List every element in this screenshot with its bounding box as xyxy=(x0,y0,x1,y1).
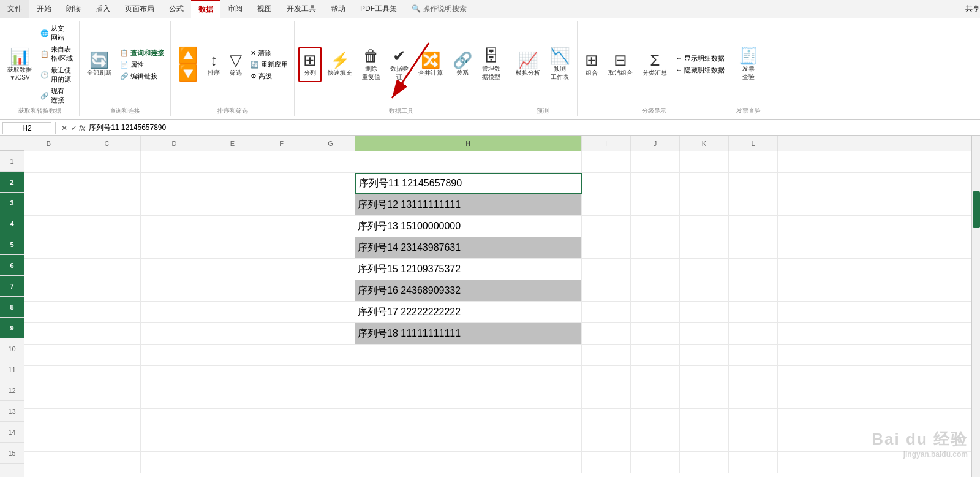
cell-B9[interactable] xyxy=(24,323,74,344)
cell-B10[interactable] xyxy=(24,345,74,365)
cell-I11[interactable] xyxy=(582,366,631,387)
btn-consolidate[interactable]: 🔀 合并计算 xyxy=(415,49,447,80)
btn-edit-links[interactable]: 🔗 编辑链接 xyxy=(118,71,167,82)
cell-H7[interactable]: 序列号16 24368909332 xyxy=(355,280,582,301)
cell-F3[interactable] xyxy=(257,194,306,215)
cell-F6[interactable] xyxy=(257,259,306,280)
cell-H8[interactable]: 序列号17 22222222222 xyxy=(355,302,582,322)
btn-from-table[interactable]: 📋来自表格/区域 xyxy=(38,44,75,64)
cell-D4[interactable] xyxy=(141,216,208,237)
cell-K1[interactable] xyxy=(680,151,729,172)
cell-C1[interactable] xyxy=(74,151,141,172)
share-button[interactable]: 共享 xyxy=(965,4,980,14)
tab-read[interactable]: 朗读 xyxy=(59,0,88,18)
cell-C2[interactable] xyxy=(74,173,141,194)
col-header-L[interactable]: L xyxy=(729,136,778,151)
cell-J8[interactable] xyxy=(631,302,680,322)
cell-L8[interactable] xyxy=(729,302,778,322)
cell-J1[interactable] xyxy=(631,151,680,172)
cell-C7[interactable] xyxy=(74,280,141,301)
cell-F13[interactable] xyxy=(257,409,306,430)
cell-D15[interactable] xyxy=(141,452,208,473)
cell-I14[interactable] xyxy=(582,430,631,451)
tab-view[interactable]: 视图 xyxy=(250,0,279,18)
row-num-8[interactable]: 8 xyxy=(0,297,24,318)
cell-K11[interactable] xyxy=(680,366,729,387)
cell-E2[interactable] xyxy=(208,173,257,194)
cell-E11[interactable] xyxy=(208,366,257,387)
formula-input[interactable] xyxy=(89,124,978,132)
cell-F1[interactable] xyxy=(257,151,306,172)
cell-I1[interactable] xyxy=(582,151,631,172)
cell-K5[interactable] xyxy=(680,237,729,258)
cell-D12[interactable] xyxy=(141,387,208,408)
btn-flash-fill[interactable]: ⚡ 快速填充 xyxy=(324,49,356,80)
cell-J10[interactable] xyxy=(631,345,680,365)
cell-J12[interactable] xyxy=(631,387,680,408)
cell-I4[interactable] xyxy=(582,216,631,237)
cell-D6[interactable] xyxy=(141,259,208,280)
cell-J15[interactable] xyxy=(631,452,680,473)
btn-get-data[interactable]: 📊 获取数据 ▼/CSV xyxy=(4,45,36,83)
cell-F12[interactable] xyxy=(257,387,306,408)
cell-B7[interactable] xyxy=(24,280,74,301)
cell-C12[interactable] xyxy=(74,387,141,408)
cell-L3[interactable] xyxy=(729,194,778,215)
cell-name-box[interactable] xyxy=(2,122,51,134)
row-num-5[interactable]: 5 xyxy=(0,234,24,255)
btn-refresh-all[interactable]: 🔄 全部刷新 xyxy=(83,49,115,80)
cell-G5[interactable] xyxy=(306,237,355,258)
row-num-1[interactable]: 1 xyxy=(0,151,24,172)
row-num-4[interactable]: 4 xyxy=(0,213,24,234)
cell-F2[interactable] xyxy=(257,173,306,194)
cell-J4[interactable] xyxy=(631,216,680,237)
cell-K14[interactable] xyxy=(680,430,729,451)
cell-L5[interactable] xyxy=(729,237,778,258)
tab-developer[interactable]: 开发工具 xyxy=(279,0,323,18)
cell-K3[interactable] xyxy=(680,194,729,215)
cell-D5[interactable] xyxy=(141,237,208,258)
row-num-10[interactable]: 10 xyxy=(0,338,24,359)
cell-D2[interactable] xyxy=(141,173,208,194)
tab-insert[interactable]: 插入 xyxy=(88,0,118,18)
cell-G2[interactable] xyxy=(306,173,355,194)
cell-L10[interactable] xyxy=(729,345,778,365)
cell-G10[interactable] xyxy=(306,345,355,365)
row-num-7[interactable]: 7 xyxy=(0,276,24,297)
cell-E5[interactable] xyxy=(208,237,257,258)
btn-split-col[interactable]: ⊞ 分列 xyxy=(298,47,322,83)
cell-L6[interactable] xyxy=(729,259,778,280)
cell-I8[interactable] xyxy=(582,302,631,322)
cell-L4[interactable] xyxy=(729,216,778,237)
col-header-D[interactable]: D xyxy=(141,136,208,151)
row-num-6[interactable]: 6 xyxy=(0,255,24,276)
cell-B6[interactable] xyxy=(24,259,74,280)
cell-H13[interactable] xyxy=(355,409,582,430)
cell-I12[interactable] xyxy=(582,387,631,408)
cell-D3[interactable] xyxy=(141,194,208,215)
cell-K10[interactable] xyxy=(680,345,729,365)
row-num-2[interactable]: 2 xyxy=(0,172,24,193)
cell-H4[interactable]: 序列号13 15100000000 xyxy=(355,216,582,237)
cell-G8[interactable] xyxy=(306,302,355,322)
btn-reapply[interactable]: 🔄 重新应用 xyxy=(248,59,290,70)
col-header-B[interactable]: B xyxy=(24,136,74,151)
cell-F5[interactable] xyxy=(257,237,306,258)
btn-show-detail[interactable]: ↔ 显示明细数据 xyxy=(673,53,727,64)
cell-J3[interactable] xyxy=(631,194,680,215)
cell-G7[interactable] xyxy=(306,280,355,301)
cell-B1[interactable] xyxy=(24,151,74,172)
cell-B8[interactable] xyxy=(24,302,74,322)
cell-K2[interactable] xyxy=(680,173,729,194)
cell-K8[interactable] xyxy=(680,302,729,322)
cell-E14[interactable] xyxy=(208,430,257,451)
cell-K9[interactable] xyxy=(680,323,729,344)
btn-advanced[interactable]: ⚙ 高级 xyxy=(248,71,290,82)
tab-data[interactable]: 数据 xyxy=(191,0,221,18)
cell-I13[interactable] xyxy=(582,409,631,430)
btn-filter[interactable]: ▽ 筛选 xyxy=(226,49,246,80)
cell-D14[interactable] xyxy=(141,430,208,451)
btn-what-if[interactable]: 📈 模拟分析 xyxy=(512,49,544,80)
cell-G3[interactable] xyxy=(306,194,355,215)
tab-help[interactable]: 帮助 xyxy=(323,0,353,18)
